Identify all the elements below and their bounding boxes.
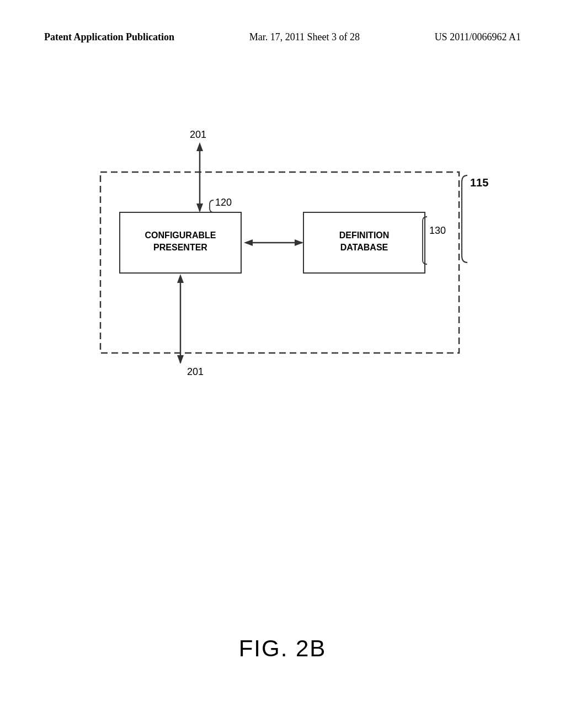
arrow-bottom-down-head <box>177 355 184 364</box>
h-arrow-left-head <box>244 239 253 246</box>
header-left-text: Patent Application Publication <box>44 30 174 44</box>
label-201-top: 201 <box>190 129 206 140</box>
arrow-top-head <box>196 142 203 151</box>
header-right-text: US 2011/0066962 A1 <box>435 30 521 44</box>
label-201-bottom: 201 <box>187 366 204 377</box>
diagram-area: 201 115 120 CONFIGURABLE PRESENTER <box>84 127 481 436</box>
figure-label: FIG. 2B <box>239 635 327 662</box>
bracket-120 <box>210 200 214 212</box>
diagram-svg: 201 115 120 CONFIGURABLE PRESENTER <box>84 127 481 436</box>
database-text-line2: DATABASE <box>340 243 388 252</box>
database-text-line1: DEFINITION <box>339 231 390 240</box>
label-130: 130 <box>429 225 446 236</box>
label-115: 115 <box>470 176 488 189</box>
h-arrow-right-head <box>295 239 303 246</box>
bracket-115 <box>462 175 467 263</box>
arrow-bottom-up-head <box>177 274 184 283</box>
patent-number-label: US 2011/0066962 A1 <box>435 31 521 42</box>
arrow-top-tail <box>196 204 203 212</box>
page: Patent Application Publication Mar. 17, … <box>0 0 565 728</box>
date-sheet-label: Mar. 17, 2011 Sheet 3 of 28 <box>249 31 360 42</box>
presenter-text-line1: CONFIGURABLE <box>145 231 216 240</box>
presenter-text-line2: PRESENTER <box>153 243 207 252</box>
figure-label-text: FIG. 2B <box>239 635 327 661</box>
publication-label: Patent Application Publication <box>44 31 174 42</box>
label-120: 120 <box>215 197 232 208</box>
header: Patent Application Publication Mar. 17, … <box>0 30 565 44</box>
header-center-text: Mar. 17, 2011 Sheet 3 of 28 <box>249 30 360 44</box>
